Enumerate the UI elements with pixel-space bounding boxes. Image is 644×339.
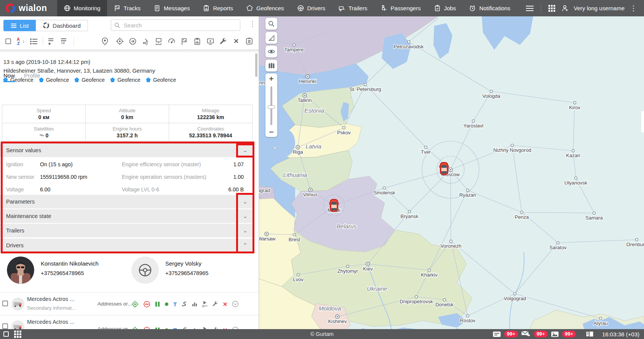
select-all-checkbox[interactable]: [3, 37, 13, 46]
notifications-log-icon[interactable]: [493, 331, 501, 337]
monitor-network-button[interactable]: [153, 37, 163, 46]
media-badge[interactable]: 99+: [562, 331, 576, 337]
zoom-out-button[interactable]: −: [265, 127, 277, 137]
apps-grid-icon[interactable]: [545, 5, 559, 12]
map-city-label: Pskov: [337, 130, 351, 135]
document-icon: [153, 5, 161, 12]
nav-tab-tracks[interactable]: Tracks: [107, 0, 147, 16]
clear-x-button[interactable]: ✕: [231, 37, 241, 46]
nav-tab-drivers[interactable]: Drivers: [291, 0, 332, 16]
messages-envelope-icon[interactable]: [521, 331, 531, 337]
map-city: ngrad: [259, 188, 270, 193]
map-measure-button[interactable]: [265, 32, 277, 44]
no-data-ban-icon[interactable]: [143, 301, 150, 308]
search-box: [111, 19, 240, 31]
section-trailers[interactable]: Trailers ⌄: [0, 224, 254, 237]
panel-scrollbar-thumb[interactable]: [255, 53, 257, 77]
map-layers-button[interactable]: [265, 60, 277, 72]
hamburger-menu-icon[interactable]: [523, 5, 537, 11]
map-canvas[interactable]: TamperePetrozavodskHelsinkiSt. Petersbur…: [259, 16, 644, 339]
chart-icon[interactable]: [192, 301, 197, 307]
nav-tab-jobs[interactable]: Jobs: [427, 0, 463, 16]
text-label-icon[interactable]: T: [173, 301, 177, 307]
location-pin-icon[interactable]: [100, 37, 110, 46]
geofence-chip[interactable]: Geofence: [39, 77, 69, 83]
section-sensor-values[interactable]: Sensor values ⌄: [0, 143, 254, 157]
unit-list-row[interactable]: Mercedes Actros ... Secondary informat..…: [0, 292, 259, 315]
layout-toggle-icon[interactable]: [586, 331, 593, 337]
tab-now[interactable]: Now: [3, 72, 15, 82]
search-icon: [268, 21, 275, 27]
geofence-chip[interactable]: Geofence: [74, 77, 105, 83]
unit-checkbox[interactable]: [2, 323, 8, 329]
nav-tab-geofences[interactable]: Geofences: [240, 0, 291, 16]
sort-az-button[interactable]: A↓Z: [16, 37, 26, 46]
nav-label: Tracks: [124, 5, 141, 11]
track-unit-crosshair-button[interactable]: [115, 37, 125, 46]
section-drivers[interactable]: Drivers ⌃: [0, 239, 254, 252]
unit-car-marker[interactable]: [439, 162, 449, 175]
geofence-chip[interactable]: Geofence: [110, 77, 141, 83]
antenna-signal-button[interactable]: [141, 37, 150, 46]
nav-label: Messages: [164, 5, 190, 11]
playback-screen-button[interactable]: [205, 37, 215, 46]
media-image-icon[interactable]: [551, 331, 559, 337]
tracks-flag-button[interactable]: [179, 37, 189, 46]
map-area[interactable]: TamperePetrozavodskHelsinkiSt. Petersbur…: [259, 16, 644, 339]
track-trace-icon[interactable]: [181, 301, 187, 307]
properties-wrench-button[interactable]: [218, 37, 228, 46]
username[interactable]: Very long username: [574, 5, 625, 11]
section-title: Drivers: [6, 242, 24, 248]
messages-badge[interactable]: 99+: [534, 331, 548, 337]
track-on-map-icon[interactable]: [131, 301, 139, 308]
expand-row-icon[interactable]: [232, 301, 239, 307]
unit-name[interactable]: Mercedes Actros ...: [27, 296, 74, 302]
nav-tab-messages[interactable]: Messages: [147, 0, 196, 16]
zoom-slider-handle[interactable]: [268, 105, 275, 109]
section-parameters[interactable]: Parameters ⌄: [0, 195, 254, 208]
unit-name[interactable]: Mercedes Actros ...: [27, 319, 74, 325]
map-search-button[interactable]: [265, 18, 277, 30]
geofence-chip[interactable]: Geofence: [146, 77, 176, 83]
speedometer-button[interactable]: [166, 37, 176, 46]
map-city-label: Atyrau: [593, 320, 608, 326]
map-city-label: Yaroslavl: [463, 123, 484, 129]
connection-state-icon[interactable]: [165, 302, 169, 306]
sensor-value: 1.07: [233, 161, 244, 167]
nav-tab-passengers[interactable]: Passengers: [374, 0, 427, 16]
wialon-logo[interactable]: wialon: [0, 0, 57, 16]
pentagon-icon: [246, 5, 253, 12]
list-view-button[interactable]: [29, 37, 39, 46]
dashboard-tab-button[interactable]: Dashboard: [36, 20, 88, 31]
nav-tab-monitoring[interactable]: Monitoring: [57, 0, 107, 16]
unit-properties-wrench-icon[interactable]: [212, 301, 218, 307]
nav-tab-reports[interactable]: Reports: [196, 0, 240, 16]
driver-photo-avatar: [7, 256, 34, 284]
map-city-label: Zhytomyr: [337, 268, 358, 274]
geofence-chip-label: Geofence: [46, 77, 69, 83]
nav-tab-notifications[interactable]: Notifications: [462, 0, 517, 16]
notifications-badge[interactable]: 99+: [504, 331, 518, 337]
search-options-dots-icon[interactable]: ⋮: [246, 20, 259, 27]
move-to-unit-button[interactable]: [128, 37, 137, 46]
user-icon[interactable]: [559, 5, 571, 12]
nav-tab-trailers[interactable]: Trailers: [332, 0, 374, 16]
sensor-label: Voltage LVL 0-6: [122, 186, 159, 193]
remove-unit-x-icon[interactable]: ✕: [223, 301, 228, 307]
add-to-list-button[interactable]: [47, 37, 57, 46]
unit-checkbox[interactable]: [2, 301, 8, 306]
list-tab-button[interactable]: List: [3, 20, 36, 31]
tab-profile[interactable]: Profile: [24, 72, 40, 82]
map-visibility-button[interactable]: [265, 46, 277, 57]
section-maintenance-state[interactable]: Maintenance state ⌄: [0, 209, 254, 223]
gprs-command-icon[interactable]: gprs: [202, 301, 208, 307]
zoom-in-button[interactable]: +: [265, 73, 277, 84]
search-input[interactable]: [123, 22, 237, 29]
notes-clipboard-button[interactable]: [244, 37, 254, 46]
stat-altitude: Altitude 0 km: [86, 105, 169, 123]
unit-car-marker[interactable]: [329, 199, 339, 212]
user-menu-dots-icon[interactable]: ⋮: [627, 5, 640, 12]
quick-report-button[interactable]: [192, 37, 202, 46]
show-all-button[interactable]: All: [60, 37, 70, 46]
motion-state-icon[interactable]: [155, 301, 160, 307]
